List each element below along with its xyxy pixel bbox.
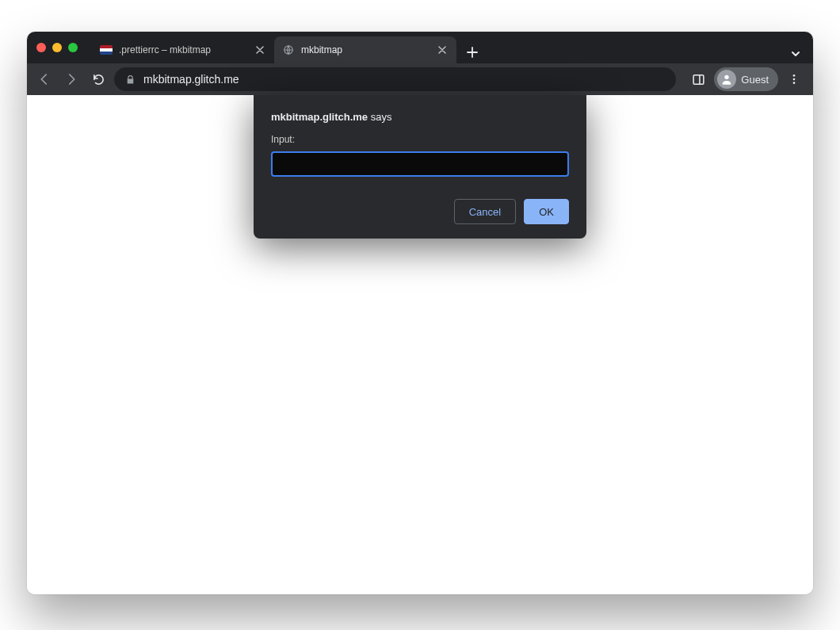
svg-point-6 xyxy=(793,82,796,84)
lock-icon xyxy=(125,74,136,85)
close-tab-icon[interactable] xyxy=(436,44,449,56)
tab-title: mkbitmap xyxy=(301,44,436,55)
browser-window: .prettierrc – mkbitmap mkbitmap xyxy=(27,32,813,594)
tab-title: .prettierrc – mkbitmap xyxy=(119,44,254,55)
tab-search-button[interactable] xyxy=(786,44,805,63)
window-close-button[interactable] xyxy=(36,43,46,52)
page-content: mkbitmap.glitch.me says Input: Cancel OK xyxy=(27,95,813,594)
tab-mkbitmap[interactable]: mkbitmap xyxy=(274,36,456,63)
prompt-input[interactable] xyxy=(271,151,569,177)
tab-strip: .prettierrc – mkbitmap mkbitmap xyxy=(27,32,813,63)
js-prompt-dialog: mkbitmap.glitch.me says Input: Cancel OK xyxy=(254,95,586,239)
avatar-icon xyxy=(717,70,736,89)
cancel-button[interactable]: Cancel xyxy=(454,199,516,224)
toolbar-right: Guest xyxy=(685,67,807,92)
tab-prettierrc[interactable]: .prettierrc – mkbitmap xyxy=(92,36,274,63)
favicon-globe-icon xyxy=(282,44,295,56)
close-tab-icon[interactable] xyxy=(254,44,266,56)
forward-button[interactable] xyxy=(60,68,82,90)
browser-chrome: .prettierrc – mkbitmap mkbitmap xyxy=(27,32,813,95)
window-controls xyxy=(36,43,78,52)
window-maximize-button[interactable] xyxy=(68,43,78,52)
side-panel-button[interactable] xyxy=(685,67,711,92)
profile-chip[interactable]: Guest xyxy=(714,67,778,91)
address-url: mkbitmap.glitch.me xyxy=(143,73,239,86)
tabs-container: .prettierrc – mkbitmap mkbitmap xyxy=(92,32,813,63)
kebab-menu-button[interactable] xyxy=(781,67,807,92)
window-minimize-button[interactable] xyxy=(52,43,62,52)
svg-point-3 xyxy=(725,75,729,79)
address-bar[interactable]: mkbitmap.glitch.me xyxy=(114,67,676,91)
profile-label: Guest xyxy=(741,74,769,86)
reload-button[interactable] xyxy=(87,68,109,90)
prompt-header: mkbitmap.glitch.me says xyxy=(271,111,569,123)
svg-point-5 xyxy=(793,78,796,81)
svg-point-4 xyxy=(793,74,796,77)
favicon-glitch-icon xyxy=(100,44,113,56)
svg-rect-1 xyxy=(693,74,704,83)
back-button[interactable] xyxy=(33,68,55,90)
prompt-says: says xyxy=(368,111,391,123)
prompt-actions: Cancel OK xyxy=(271,199,569,224)
prompt-host: mkbitmap.glitch.me xyxy=(271,111,368,123)
ok-button[interactable]: OK xyxy=(524,199,569,224)
toolbar: mkbitmap.glitch.me Guest xyxy=(27,63,813,95)
new-tab-button[interactable] xyxy=(461,41,483,63)
prompt-label: Input: xyxy=(271,134,569,145)
